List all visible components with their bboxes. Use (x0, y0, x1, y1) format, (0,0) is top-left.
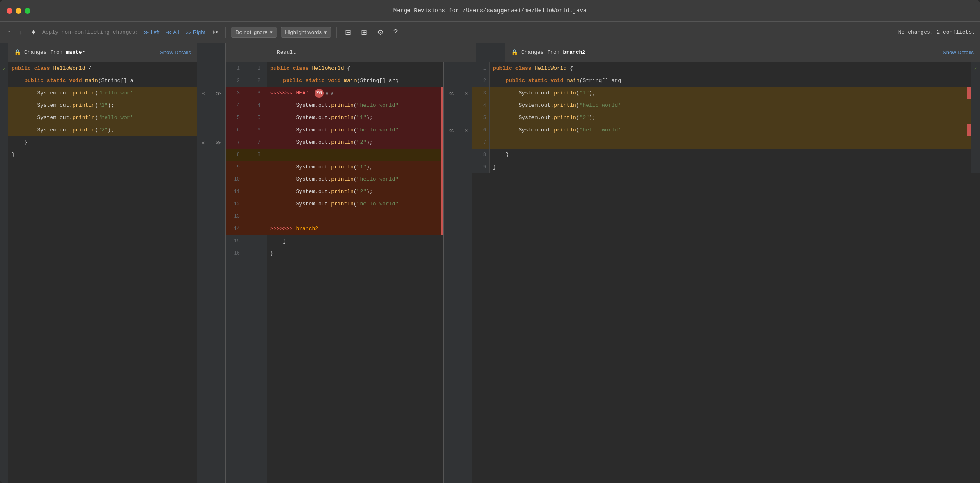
navigate-up-button[interactable]: ↑ (5, 27, 13, 38)
rln-1: 1 (226, 62, 246, 75)
left-panel[interactable]: public class HelloWorld { public static … (8, 62, 197, 483)
main-content: 🔒 Changes from master Show Details Resul… (0, 43, 980, 483)
right-action-7 (444, 136, 472, 149)
right-action-3[interactable]: ≪ ✕ (444, 87, 472, 99)
right-line-5: System.out.println("2"); (490, 112, 971, 124)
left-link-button[interactable]: ≫ Left (142, 28, 161, 36)
close-button[interactable] (7, 8, 12, 14)
right-panel-header: 🔒 Changes from branch2 Show Details (505, 43, 980, 62)
right-action-header (476, 43, 505, 62)
result-line-7: System.out.println("2"); (267, 136, 443, 149)
maximize-button[interactable] (25, 8, 30, 14)
right-action-2 (444, 75, 472, 87)
apply-label: Apply non-conflicting changes: (42, 29, 138, 35)
diff-view-button[interactable]: ⊟ (342, 26, 354, 39)
right-line-7 (490, 136, 971, 149)
panels-header: 🔒 Changes from master Show Details Resul… (0, 43, 980, 62)
result-line-11: System.out.println("2"); (267, 186, 443, 198)
rrn-13 (246, 210, 267, 223)
result-line-8: ======= (267, 149, 443, 161)
right-action-1 (444, 62, 472, 75)
conflict-bar-8 (441, 149, 443, 161)
rln-14: 14 (226, 223, 246, 235)
rrn-11 (246, 186, 267, 198)
rln-3: 3 (226, 87, 246, 99)
result-left-nums: 1 2 3 4 5 6 7 8 9 10 11 12 13 14 15 16 (226, 62, 246, 483)
rpln-1: 1 (472, 62, 489, 75)
left-action-3[interactable]: ✕ ≫ (197, 87, 225, 99)
highlight-dropdown-arrow-icon: ▾ (324, 29, 327, 35)
minimize-button[interactable] (16, 8, 21, 14)
highlight-words-label: Highlight words (285, 29, 322, 35)
right-panel[interactable]: 1 2 3 4 5 6 7 8 9 public class HelloWorl… (472, 62, 980, 483)
navigate-down-button[interactable]: ↓ (16, 27, 25, 38)
left-line-8: } (8, 149, 197, 161)
rln-2: 2 (226, 75, 246, 87)
conflict-bar-5 (441, 112, 443, 124)
rrn-1: 1 (246, 62, 267, 75)
left-action-7[interactable]: ✕ ≫ (197, 136, 225, 149)
left-line-4: System.out.println("1"); (8, 99, 197, 112)
rpln-5: 5 (472, 112, 489, 124)
left-line-3: System.out.println("hello wor' (8, 87, 197, 99)
conflict-bar-13 (441, 210, 443, 223)
gutter-check: ✓ (0, 62, 8, 75)
rpln-4: 4 (472, 99, 489, 112)
conflict-bar-9 (441, 161, 443, 173)
do-not-ignore-dropdown[interactable]: Do not ignore ▾ (231, 27, 277, 38)
left-panel-header: 🔒 Changes from master Show Details (8, 43, 197, 62)
right-show-details-button[interactable]: Show Details (943, 49, 974, 55)
result-line-4: System.out.println("hello world" (267, 99, 443, 112)
rrn-9 (246, 161, 267, 173)
magic-button[interactable]: ✦ (28, 26, 39, 39)
rln-4: 4 (226, 99, 246, 112)
highlight-words-dropdown[interactable]: Highlight words ▾ (281, 27, 331, 38)
conflict-nav-up[interactable]: ∧ (325, 87, 329, 99)
result-panel[interactable]: public class HelloWorld { public static … (267, 62, 444, 483)
right-conflict-bar-6 (967, 124, 971, 136)
result-right-nums: 1 2 3 4 5 6 7 8 (246, 62, 267, 483)
right-branch-name: branch2 (563, 49, 585, 55)
panels-body: ✓ public class HelloWorld { (0, 62, 980, 483)
rrn-16 (246, 247, 267, 260)
conflict-marker-head: <<<<<<< HEAD (270, 87, 309, 99)
conflict-badge-area: 26 ∧ ∨ (315, 87, 334, 99)
left-show-details-button[interactable]: Show Details (160, 49, 191, 55)
split-view-button[interactable]: ⊞ (358, 26, 370, 39)
right-line-4: System.out.println("hello world' (490, 99, 971, 112)
conflict-bar-14 (441, 223, 443, 235)
result-line-14: >>>>>>> branch2 (267, 223, 443, 235)
right-link-button[interactable]: «« Right (184, 28, 207, 36)
right-line-1: public class HelloWorld { (490, 62, 971, 75)
all-link-button[interactable]: ≪ All (164, 28, 180, 36)
left-code-block: public class HelloWorld { public static … (8, 62, 197, 161)
left-gutter: ✓ (0, 62, 8, 483)
rpln-6: 6 (472, 124, 489, 136)
left-line-2: public static void main(String[] a (8, 75, 197, 87)
result-line-3: <<<<<<< HEAD 26 ∧ ∨ (267, 87, 443, 99)
toolbar: ↑ ↓ ✦ Apply non-conflicting changes: ≫ L… (0, 21, 980, 43)
right-action-9 (444, 161, 472, 173)
conflict-nav-down[interactable]: ∨ (330, 87, 334, 99)
rrn-2: 2 (246, 75, 267, 87)
rrn-6: 6 (246, 124, 267, 136)
settings-button[interactable]: ⚙ (374, 26, 387, 39)
right-line-6: System.out.println("hello world' (490, 124, 971, 136)
scissors-button[interactable]: ✂ (210, 27, 221, 38)
right-line-nums: 1 2 3 4 5 6 7 8 9 (472, 62, 490, 173)
help-button[interactable]: ? (390, 26, 401, 38)
conflict-bar-3 (441, 87, 443, 99)
result-line-5: System.out.println("1"); (267, 112, 443, 124)
rln-12: 12 (226, 198, 246, 210)
right-code-block: public class HelloWorld { public static … (490, 62, 971, 173)
separator-1 (225, 27, 226, 38)
right-action-6[interactable]: ≪ ✕ (444, 124, 472, 136)
result-line-13 (267, 210, 443, 223)
conflict-bar-11 (441, 186, 443, 198)
rln-7: 7 (226, 136, 246, 149)
dropdown-arrow-icon: ▾ (270, 29, 273, 35)
right-gutter-check: ✓ (971, 62, 980, 75)
separator-2 (336, 27, 337, 38)
rrn-3: 3 (246, 87, 267, 99)
left-action-header (197, 43, 226, 62)
